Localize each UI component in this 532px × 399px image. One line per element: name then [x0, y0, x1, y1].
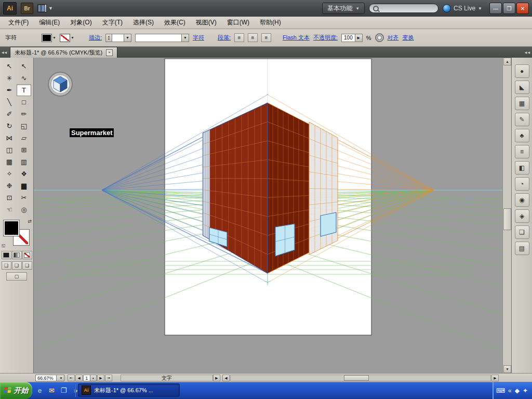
- artboard-number-field[interactable]: 1 ▼: [83, 375, 97, 381]
- menu-item[interactable]: 文件(F): [3, 17, 34, 29]
- vertical-scrollbar[interactable]: ▲ ▼: [502, 58, 511, 373]
- character-panel-link[interactable]: 字符: [193, 34, 204, 42]
- draw-behind-mode-button[interactable]: ❏: [12, 261, 22, 270]
- appearance-panel-icon[interactable]: ◉: [515, 193, 529, 207]
- opacity-combo[interactable]: 100 ▶: [341, 34, 363, 42]
- eyedropper-tool[interactable]: ✧: [2, 168, 17, 180]
- stroke-panel-link[interactable]: 描边:: [89, 34, 102, 42]
- taskbar-document-button[interactable]: Ai 未标题-1* @ 66.67% ...: [78, 383, 180, 397]
- paragraph-panel-link[interactable]: 段落:: [218, 34, 231, 42]
- stroke-weight-stepper[interactable]: ▲▼: [106, 34, 112, 42]
- next-artboard-button[interactable]: ▶: [97, 375, 104, 381]
- status-info-field[interactable]: 文字: [121, 375, 213, 381]
- chevron-down-icon[interactable]: ▼: [124, 34, 131, 42]
- character-style-combo[interactable]: ▼: [135, 34, 189, 42]
- volume-tray-icon[interactable]: ✦: [523, 387, 528, 394]
- horizontal-scrollbar[interactable]: [230, 375, 491, 381]
- transform-panel-link[interactable]: 变换: [403, 34, 414, 42]
- flash-text-link[interactable]: Flash 文本: [283, 34, 310, 42]
- tab-close-icon[interactable]: ×: [106, 49, 113, 56]
- mail-icon[interactable]: ✉: [47, 386, 56, 395]
- mesh-tool[interactable]: ▦: [2, 156, 17, 168]
- swap-fill-stroke-icon[interactable]: ⇄: [28, 219, 32, 224]
- document-tab[interactable]: 未标题-1* @ 66.67% (CMYK/预览) ×: [10, 47, 117, 58]
- align-left-button[interactable]: ≡: [234, 33, 244, 42]
- search-box[interactable]: [369, 4, 438, 13]
- paintbrush-tool[interactable]: ✐: [2, 108, 17, 120]
- start-button[interactable]: 开始: [0, 382, 32, 399]
- magic-wand-tool[interactable]: ✳: [2, 72, 17, 84]
- align-center-button[interactable]: ≡: [248, 33, 258, 42]
- blend-tool[interactable]: ❖: [17, 168, 31, 180]
- search-input[interactable]: [381, 5, 425, 12]
- gradient-panel-icon[interactable]: ◧: [515, 161, 529, 175]
- menu-item[interactable]: 文字(T): [97, 17, 128, 29]
- minimize-button[interactable]: —: [489, 3, 502, 14]
- shape-builder-tool[interactable]: ◫: [2, 144, 17, 156]
- restore-button[interactable]: ❐: [503, 3, 515, 14]
- scale-tool[interactable]: ◱: [17, 120, 31, 132]
- previous-artboard-button[interactable]: ◀: [75, 375, 83, 381]
- horizontal-scrollbar-thumb[interactable]: [344, 375, 369, 381]
- cs-live-button[interactable]: CS Live ▼: [443, 4, 482, 12]
- color-panel-icon[interactable]: ●: [515, 64, 529, 78]
- swatches-panel-icon[interactable]: ▦: [515, 97, 529, 110]
- rotate-tool[interactable]: ↻: [2, 120, 17, 132]
- rectangle-tool[interactable]: □: [17, 96, 31, 108]
- hide-icons-chevron[interactable]: «: [508, 387, 512, 394]
- menu-item[interactable]: 窗口(W): [222, 17, 255, 29]
- pencil-tool[interactable]: ✏: [17, 108, 31, 120]
- stroke-color-well[interactable]: ▼: [60, 34, 74, 42]
- network-tray-icon[interactable]: ◆: [515, 387, 520, 394]
- brushes-panel-icon[interactable]: ✎: [515, 113, 529, 126]
- menu-item[interactable]: 对象(O): [65, 17, 97, 29]
- default-fill-stroke-icon[interactable]: ◱: [2, 243, 6, 248]
- menu-item[interactable]: 编辑(E): [34, 17, 65, 29]
- artboards-panel-icon[interactable]: ▤: [515, 242, 529, 255]
- pen-tool[interactable]: ✒: [2, 84, 17, 96]
- style-wheel-icon[interactable]: [375, 33, 384, 42]
- scroll-up-icon[interactable]: ▲: [503, 58, 511, 65]
- menu-item[interactable]: 视图(V): [191, 17, 222, 29]
- color-guide-panel-icon[interactable]: ◣: [515, 81, 529, 94]
- none-mode-button[interactable]: [22, 251, 32, 259]
- draw-normal-mode-button[interactable]: ❏: [2, 261, 11, 270]
- perspective-grid-tool[interactable]: ⊞: [17, 144, 31, 156]
- scroll-down-icon[interactable]: ▼: [503, 365, 511, 373]
- gradient-tool[interactable]: ▥: [17, 156, 31, 168]
- symbols-panel-icon[interactable]: ♣: [515, 129, 529, 142]
- color-mode-button[interactable]: [2, 251, 11, 259]
- artboard-text-supermarket[interactable]: Supermarket: [70, 128, 114, 137]
- stroke-weight-combo[interactable]: ▲▼ ▼: [105, 34, 131, 42]
- chevron-down-icon[interactable]: ▼: [181, 34, 189, 42]
- first-artboard-button[interactable]: ⇤: [68, 375, 75, 381]
- free-transform-tool[interactable]: ▱: [17, 132, 31, 144]
- direct-selection-tool[interactable]: ↖: [17, 60, 31, 72]
- collapse-right-chevrons[interactable]: ◀◀: [523, 50, 532, 54]
- hand-tool[interactable]: ☜: [2, 204, 17, 216]
- lasso-tool[interactable]: ∿: [17, 72, 31, 84]
- zoom-combo[interactable]: 66.67% ▼: [35, 375, 64, 381]
- fill-color-well[interactable]: ▼: [42, 34, 56, 42]
- collapse-left-chevrons[interactable]: ◀◀: [0, 50, 9, 54]
- show-desktop-icon[interactable]: ❐: [59, 386, 68, 395]
- canvas-artwork[interactable]: [34, 58, 502, 373]
- canvas-area[interactable]: Supermarket: [34, 58, 502, 373]
- align-right-button[interactable]: ≡: [261, 33, 271, 42]
- stroke-panel-icon[interactable]: ≡: [515, 145, 529, 158]
- width-tool[interactable]: ⋈: [2, 132, 17, 144]
- chevron-down-icon[interactable]: ▼: [56, 375, 64, 381]
- graphic-styles-panel-icon[interactable]: ◈: [515, 209, 529, 223]
- zoom-tool[interactable]: ◎: [17, 204, 31, 216]
- status-menu-button[interactable]: ▶: [213, 375, 220, 381]
- workspace-switcher-button[interactable]: 基本功能 ▼: [322, 3, 365, 14]
- chevron-right-icon[interactable]: ▶: [355, 34, 362, 42]
- opacity-link[interactable]: 不透明度:: [313, 34, 338, 42]
- menu-item[interactable]: 选择(S): [128, 17, 159, 29]
- scroll-right-icon[interactable]: ▶: [491, 375, 499, 381]
- line-segment-tool[interactable]: ╲: [2, 96, 17, 108]
- arrange-documents-button[interactable]: ▼: [37, 4, 53, 12]
- menu-item[interactable]: 帮助(H): [255, 17, 286, 29]
- input-method-icon[interactable]: ⌨: [496, 387, 505, 394]
- transparency-panel-icon[interactable]: ◔: [515, 177, 529, 191]
